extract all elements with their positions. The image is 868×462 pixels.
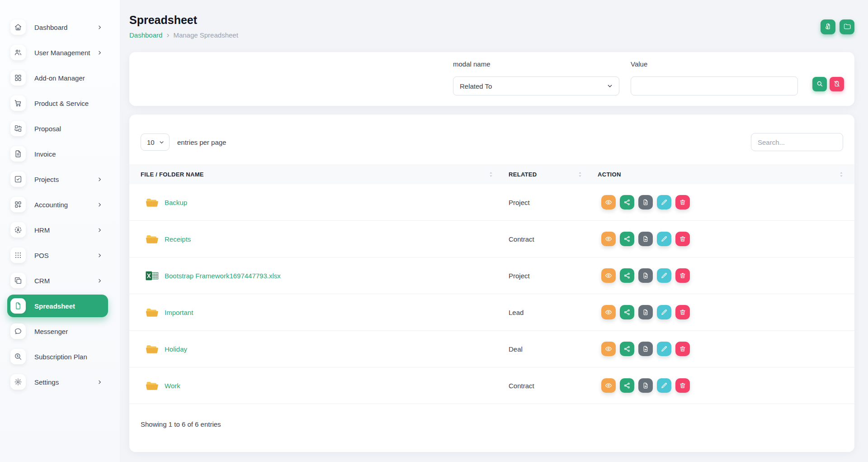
excel-file-icon: [146, 271, 159, 281]
eye-icon: [605, 345, 612, 352]
file-export-icon: [642, 345, 649, 352]
table-row: Bootstrap Framework1697447793.xlsx Proje…: [129, 257, 854, 294]
sidebar-item-settings[interactable]: Settings: [7, 371, 108, 393]
column-header-related[interactable]: RELATED: [497, 164, 586, 184]
copy-file-icon: [824, 23, 832, 32]
file-name-link[interactable]: Receipts: [165, 235, 191, 243]
entries-summary: Showing 1 to 6 of 6 entries: [141, 420, 221, 428]
export-button[interactable]: [638, 232, 653, 246]
share-icon: [623, 272, 631, 279]
model-select[interactable]: Related To: [453, 76, 619, 95]
value-input[interactable]: [631, 76, 798, 95]
pencil-icon: [660, 235, 668, 243]
filter-clear-button[interactable]: [830, 77, 844, 91]
sidebar-item-label: Product & Service: [34, 100, 89, 107]
model-name-label: modal name: [453, 60, 491, 68]
main-content: Spreadsheet Dashboard › Manage Spreadshe…: [120, 0, 868, 462]
eye-icon: [605, 199, 612, 206]
related-value: Contract: [509, 235, 534, 243]
export-button[interactable]: [638, 268, 653, 283]
sidebar-item-label: Add-on Manager: [34, 74, 85, 82]
view-button[interactable]: [601, 342, 616, 356]
view-button[interactable]: [601, 268, 616, 283]
edit-button[interactable]: [657, 378, 671, 393]
delete-button[interactable]: [675, 342, 690, 356]
share-button[interactable]: [620, 305, 634, 319]
breadcrumb-separator-icon: ›: [166, 31, 169, 39]
sidebar-item-crm[interactable]: CRM: [7, 269, 108, 292]
delete-button[interactable]: [675, 232, 690, 246]
edit-button[interactable]: [657, 195, 671, 210]
sidebar-item-invoice[interactable]: Invoice: [7, 143, 108, 165]
delete-button[interactable]: [675, 195, 690, 210]
share-button[interactable]: [620, 378, 634, 393]
open-folder-icon: [146, 197, 159, 208]
open-folder-icon: [146, 344, 159, 354]
edit-button[interactable]: [657, 305, 671, 319]
sidebar-item-product-service[interactable]: Product & Service: [7, 92, 108, 114]
file-name-link[interactable]: Work: [165, 382, 180, 390]
page-size-select[interactable]: 10: [141, 133, 170, 151]
edit-button[interactable]: [657, 268, 671, 283]
open-folder-icon: [146, 307, 159, 318]
share-button[interactable]: [620, 195, 634, 210]
file-export-icon: [642, 235, 649, 243]
sidebar-item-label: HRM: [34, 226, 50, 234]
export-button[interactable]: [638, 342, 653, 356]
trash-icon: [679, 345, 686, 352]
share-button[interactable]: [620, 232, 634, 246]
related-value: Lead: [509, 309, 524, 316]
sidebar-item-add-on-manager[interactable]: Add-on Manager: [7, 67, 108, 89]
page-header-text: Spreadsheet Dashboard › Manage Spreadshe…: [129, 14, 238, 39]
view-button[interactable]: [601, 232, 616, 246]
search-icon: [816, 80, 823, 89]
sidebar-item-hrm[interactable]: HRM: [7, 219, 108, 241]
delete-button[interactable]: [675, 268, 690, 283]
export-button[interactable]: [638, 195, 653, 210]
sidebar-item-user-management[interactable]: User Management: [7, 41, 108, 64]
delete-button[interactable]: [675, 305, 690, 319]
create-file-button[interactable]: [821, 19, 835, 34]
sidebar-item-accounting[interactable]: Accounting: [7, 193, 108, 216]
table-header: FILE / FOLDER NAME RELATED ACTION: [129, 164, 854, 184]
column-header-action[interactable]: ACTION: [586, 164, 854, 184]
create-folder-button[interactable]: [840, 19, 854, 34]
delete-button[interactable]: [675, 378, 690, 393]
chevron-right-icon: [97, 228, 102, 233]
export-button[interactable]: [638, 378, 653, 393]
sidebar-item-projects[interactable]: Projects: [7, 168, 108, 191]
share-button[interactable]: [620, 268, 634, 283]
column-header-name[interactable]: FILE / FOLDER NAME: [129, 164, 497, 184]
table-row: Work Contract: [129, 367, 854, 404]
header-actions: [821, 19, 854, 34]
edit-button[interactable]: [657, 232, 671, 246]
sidebar-item-label: Accounting: [34, 201, 68, 209]
sidebar-item-pos[interactable]: POS: [7, 244, 108, 267]
filter-card: modal name Related To Value: [129, 52, 854, 106]
share-button[interactable]: [620, 342, 634, 356]
export-button[interactable]: [638, 305, 653, 319]
file-name-link[interactable]: Important: [165, 309, 193, 316]
file-name-link[interactable]: Bootstrap Framework1697447793.xlsx: [165, 272, 281, 280]
view-button[interactable]: [601, 378, 616, 393]
chevron-down-icon: [607, 83, 613, 89]
pencil-icon: [660, 382, 668, 389]
sidebar-item-spreadsheet[interactable]: Spreadsheet: [7, 295, 108, 317]
chevron-right-icon: [97, 253, 102, 258]
edit-button[interactable]: [657, 342, 671, 356]
view-button[interactable]: [601, 195, 616, 210]
sidebar-item-messenger[interactable]: Messenger: [7, 320, 108, 343]
table-search-input[interactable]: [751, 133, 843, 151]
breadcrumb-dashboard-link[interactable]: Dashboard: [129, 31, 162, 39]
view-button[interactable]: [601, 305, 616, 319]
file-name-link[interactable]: Backup: [165, 199, 187, 206]
accounting-icon: [10, 197, 26, 212]
folder-icon: [843, 23, 851, 32]
sidebar-item-dashboard[interactable]: Dashboard: [7, 16, 108, 38]
filter-search-button[interactable]: [812, 77, 827, 91]
sidebar-item-proposal[interactable]: Proposal: [7, 117, 108, 140]
sidebar-item-subscription-plan[interactable]: $ Subscription Plan: [7, 345, 108, 368]
file-name-link[interactable]: Holiday: [165, 345, 187, 353]
open-folder-icon: [146, 234, 159, 244]
chevron-right-icon: [97, 25, 102, 30]
